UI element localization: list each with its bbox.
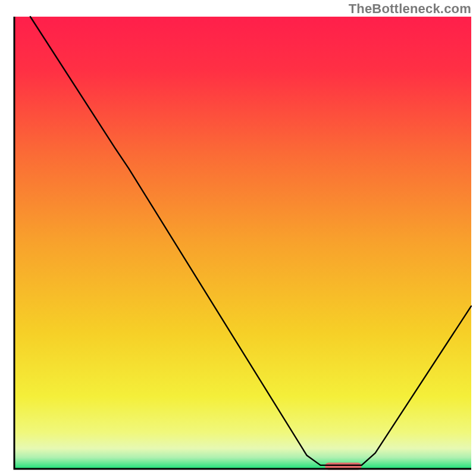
watermark-label: TheBottleneck.com [349, 1, 471, 17]
plot-background [14, 17, 471, 469]
chart-svg [0, 0, 476, 476]
bottleneck-chart: TheBottleneck.com [0, 0, 476, 476]
